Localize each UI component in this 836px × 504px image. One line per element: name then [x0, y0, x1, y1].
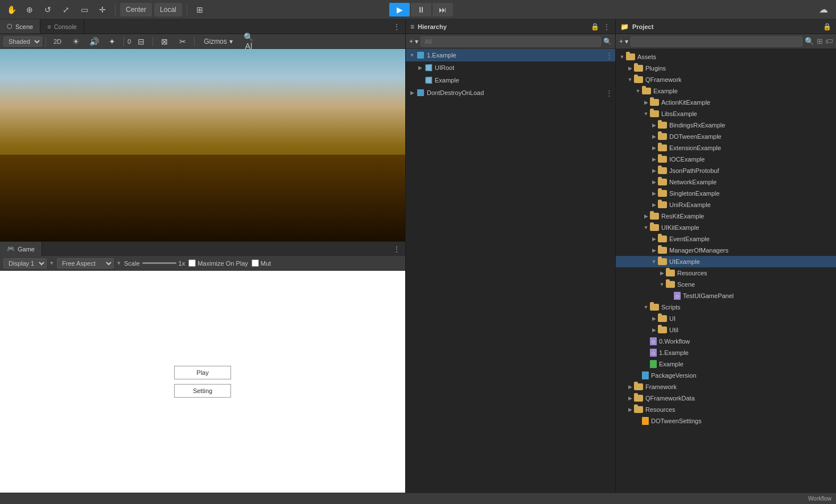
project-add-button[interactable]: + ▾ — [619, 38, 628, 46]
project-item-example-folder[interactable]: ▼ Example — [616, 85, 836, 97]
hierarchy-add-button[interactable]: + ▾ — [409, 38, 418, 46]
project-item-network[interactable]: ▶ NetworkExample — [616, 176, 836, 188]
project-item-plugins[interactable]: ▶ Plugins — [616, 63, 836, 74]
cloud-button[interactable]: ☁ — [814, 2, 833, 17]
project-search-button[interactable]: 🔍 — [805, 37, 814, 46]
tree-item-uiroot[interactable]: ▶ UIRoot — [406, 61, 615, 74]
project-item-testuigamepanel[interactable]: ◇ TestUIGamePanel — [616, 290, 836, 301]
scale-slider[interactable] — [142, 262, 176, 264]
tree-item-dontdestroy[interactable]: ▶ DontDestroyOnLoad ⋮ — [406, 86, 615, 99]
project-item-extension[interactable]: ▶ ExtensionExample — [616, 142, 836, 154]
pivot-mode-button[interactable]: Center — [120, 3, 152, 16]
project-item-example-script[interactable]: Example — [616, 358, 836, 370]
maximize-on-play-checkbox[interactable] — [188, 259, 196, 267]
label-uiroot: UIRoot — [435, 64, 454, 71]
folder-icon-assets — [626, 53, 635, 60]
project-item-bindingsrx[interactable]: ▶ BindingsRxExample — [616, 119, 836, 131]
transform-mode-button[interactable]: Local — [154, 3, 182, 16]
transform-tool-button[interactable]: ✛ — [94, 3, 110, 16]
move-tool-button[interactable]: ⊕ — [22, 3, 38, 16]
2d-toggle[interactable]: 2D — [50, 35, 65, 48]
audio-button[interactable]: 🔊 — [86, 35, 102, 48]
layers-button[interactable]: ⊟ — [133, 35, 149, 48]
folder-icon-scripts — [650, 304, 659, 311]
project-item-unirx[interactable]: ▶ UniRxExample — [616, 199, 836, 210]
hand-tool-button[interactable]: ✋ — [3, 3, 19, 16]
hierarchy-menu[interactable]: ⋮ — [603, 22, 611, 31]
rect-tool-button[interactable]: ▭ — [76, 3, 92, 16]
effects-button[interactable]: ✦ — [104, 35, 120, 48]
play-game-button[interactable]: Play — [174, 366, 231, 379]
project-item-resources[interactable]: ▶ Resources — [616, 267, 836, 279]
project-search-input[interactable] — [631, 36, 802, 47]
dontdestroy-menu[interactable]: ⋮ — [606, 89, 613, 97]
project-item-libsexample[interactable]: ▼ LibsExample — [616, 108, 836, 119]
play-controls: ▶ ⏸ ⏭ — [389, 3, 453, 16]
project-item-workflow[interactable]: ◇ 0.Workflow — [616, 336, 836, 347]
tab-game[interactable]: 🎮 Game — [0, 242, 42, 256]
hierarchy-search-input[interactable] — [421, 36, 601, 47]
hierarchy-search-icon[interactable]: 🔍 — [603, 38, 612, 46]
shading-mode-dropdown[interactable]: Shaded — [3, 36, 42, 47]
grid-tool-button[interactable]: ⊞ — [192, 3, 208, 16]
console-tab-label: Console — [54, 23, 77, 30]
hierarchy-body: ▼ 1.Example ⋮ ▶ UIRoot — [406, 49, 615, 493]
project-item-scripts[interactable]: ▼ Scripts — [616, 301, 836, 313]
arrow-packageversion — [634, 371, 642, 379]
project-item-reskit[interactable]: ▶ ResKitExample — [616, 210, 836, 222]
folder-icon-resources-root — [634, 406, 643, 413]
project-item-util-folder[interactable]: ▶ Util — [616, 324, 836, 336]
project-item-scene[interactable]: ▼ Scene — [616, 279, 836, 290]
setting-game-button[interactable]: Setting — [174, 384, 231, 398]
project-item-singleton[interactable]: ▶ SingletonExample — [616, 188, 836, 199]
gizmos-button[interactable]: Gizmos ▾ — [198, 35, 238, 48]
step-button[interactable]: ⏭ — [433, 3, 453, 16]
project-item-actionkit[interactable]: ▶ ActionKitExample — [616, 97, 836, 108]
label-example-folder: Example — [653, 88, 678, 94]
project-item-packageversion[interactable]: PackageVersion — [616, 370, 836, 381]
mute-label[interactable]: Mut — [252, 259, 271, 267]
tools-button[interactable]: ✂ — [175, 35, 191, 48]
project-item-dotween[interactable]: ▶ DOTweenExample — [616, 131, 836, 142]
play-button[interactable]: ▶ — [389, 3, 410, 16]
tree-item-example-go[interactable]: Example — [406, 74, 615, 86]
project-item-managerofmanagers[interactable]: ▶ ManagerOfManagers — [616, 245, 836, 256]
project-item-uiexample[interactable]: ▼ UIExample — [616, 256, 836, 267]
label-ui-folder: UI — [669, 315, 676, 322]
project-item-uikitexample[interactable]: ▼ UIKitExample — [616, 222, 836, 233]
pause-button[interactable]: ⏸ — [411, 3, 431, 16]
project-item-framework[interactable]: ▶ Framework — [616, 381, 836, 393]
rotate-tool-button[interactable]: ↺ — [40, 3, 56, 16]
maximize-on-play-label[interactable]: Maximize On Play — [188, 259, 248, 267]
project-item-ioc[interactable]: ▶ IOCExample — [616, 154, 836, 165]
project-item-resources-root[interactable]: ▶ Resources — [616, 404, 836, 415]
project-item-eventexample[interactable]: ▶ EventExample — [616, 233, 836, 245]
tree-item-example-scene[interactable]: ▼ 1.Example ⋮ — [406, 49, 615, 61]
aspect-dropdown[interactable]: Free Aspect — [57, 258, 114, 268]
project-item-dotweensettings[interactable]: DOTweenSettings — [616, 415, 836, 427]
label-scene: Scene — [677, 281, 695, 288]
scene-tab-menu[interactable]: ⋮ — [388, 19, 405, 34]
project-label-button[interactable]: 🏷 — [825, 37, 833, 46]
project-lock-icon: 🔒 — [823, 23, 831, 31]
example-scene-menu[interactable]: ⋮ — [606, 51, 613, 60]
tab-console[interactable]: ≡ Console — [40, 19, 84, 34]
project-item-qframeworkdata[interactable]: ▶ QFrameworkData — [616, 393, 836, 404]
scale-tool-button[interactable]: ⤢ — [58, 3, 74, 16]
display-dropdown[interactable]: Display 1 — [3, 258, 47, 268]
project-filter-button[interactable]: ⊞ — [817, 37, 823, 46]
project-item-jsonpath[interactable]: ▶ JsonPathProtobuf — [616, 165, 836, 176]
camera-button[interactable]: ⊠ — [157, 35, 172, 48]
lighting-button[interactable]: ☀ — [68, 35, 84, 48]
mute-checkbox[interactable] — [252, 259, 259, 267]
tab-scene[interactable]: ⬡ Scene — [0, 19, 40, 34]
project-item-qframework[interactable]: ▼ QFramework — [616, 74, 836, 85]
search-scene-button[interactable]: 🔍 Al — [241, 35, 257, 48]
folder-icon-network — [658, 179, 667, 185]
label-actionkit: ActionKitExample — [661, 99, 710, 106]
project-item-assets[interactable]: ▼ Assets — [616, 51, 836, 63]
game-tab-menu[interactable]: ⋮ — [388, 242, 405, 256]
folder-icon-dotween — [658, 133, 667, 140]
project-item-ui-folder[interactable]: ▶ UI — [616, 313, 836, 324]
project-item-example-file[interactable]: ◇ 1.Example — [616, 347, 836, 358]
